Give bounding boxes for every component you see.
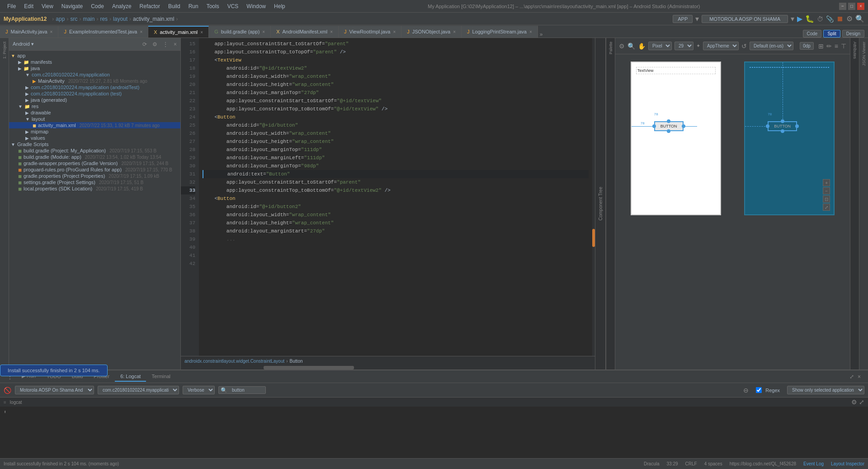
show-selected-selector[interactable]: Show only selected application [787,386,864,394]
tree-build-gradle-app[interactable]: ◼ build.gradle (Module: app) 2020/7/22 1… [9,154,180,160]
edit-icon[interactable]: ✏ [826,43,832,50]
panel-settings-icon[interactable]: ⚙ [152,41,157,47]
zoom-out[interactable]: − [823,187,830,194]
palette-label[interactable]: Palette [609,42,613,54]
regex-checkbox[interactable] [756,387,762,393]
panel-close-icon[interactable]: × [174,41,177,47]
vertical-scrollbar[interactable] [592,38,595,356]
preview-zoom-icon[interactable]: 🔍 [627,43,635,50]
tab-viewroot[interactable]: J ViewRootImpl.java × [339,26,401,38]
json-viewer-tab[interactable]: JSON Viewer [862,42,866,66]
bc-res[interactable]: res [100,16,108,22]
top-handle[interactable] [667,119,670,123]
encoding-status[interactable]: CRLF [685,461,697,466]
app-config-selector[interactable]: APP [673,15,693,23]
menu-file[interactable]: File [4,2,19,10]
logcat-tree-icon[interactable]: ≡ [4,400,6,405]
logcat-content[interactable]: ⬆ [0,407,868,458]
align-icon[interactable]: ≡ [835,43,838,50]
menu-navigate[interactable]: Navigate [58,2,86,10]
event-log-link[interactable]: Event Log [803,461,824,466]
regex-checkbox-label[interactable]: Regex [756,387,780,393]
bottom-handle[interactable] [667,129,670,133]
logcat-package-selector[interactable]: com.c201801020224.myapplicatio [98,386,179,394]
tab-exampletest[interactable]: J ExampleInstrumentedTest.java × [58,26,148,38]
more-tabs[interactable]: » [540,31,543,38]
bc-src[interactable]: src [70,16,77,22]
split-view-button[interactable]: Split [823,30,840,38]
panel-more-icon[interactable]: ⋮ [163,41,168,47]
expand-preview[interactable]: ⤢ [823,204,830,211]
tree-activity-main-xml[interactable]: ◼ activity_main.xml 2020/7/22 15:33, 1.9… [9,122,180,128]
close-tab-buildgradle[interactable]: × [262,29,265,34]
tree-java[interactable]: ▶ 📁 java [9,65,180,71]
tree-build-gradle-project[interactable]: ◼ build.gradle (Project: My_Application)… [9,147,180,154]
scroll-thumb[interactable] [592,229,595,247]
logcat-scroll-icon[interactable]: ⬆ [4,409,6,415]
menu-help[interactable]: Help [270,2,289,10]
search-everywhere[interactable]: 🔍 [855,14,864,23]
debug-button[interactable]: 🐛 [805,14,814,23]
attach-button[interactable]: 📎 [826,15,834,23]
menu-edit[interactable]: Edit [20,2,37,10]
tab-mainactivity[interactable]: J MainActivity.java × [0,26,58,38]
menu-window[interactable]: Window [243,2,269,10]
device-selector-preview[interactable]: Pixel [648,42,672,50]
logcat-search-input[interactable] [229,387,265,393]
tree-drawable[interactable]: ▶ drawable [9,109,180,116]
menu-code[interactable]: Code [87,2,108,10]
tree-settings-gradle[interactable]: ◼ settings.gradle (Project Settings) 202… [9,179,180,185]
bc-app[interactable]: app [56,16,65,22]
design-view-button[interactable]: Design [842,30,864,38]
tree-res[interactable]: ▼ 📁 res [9,103,180,109]
run-config-dropdown[interactable]: ▾ [695,14,699,23]
tree-java-gen[interactable]: ▶ java (generated) [9,97,180,103]
tree-mipmap[interactable]: ▶ mipmap [9,128,180,135]
menu-refactor[interactable]: Refactor [136,2,164,10]
component-tree-label[interactable]: Component Tree [598,187,603,221]
android-dropdown[interactable]: Android ▾ [13,41,34,47]
logcat-level-selector[interactable]: Verbose Debug Info Warn Error [183,386,215,394]
phone-preview-light[interactable]: TextView BUTTON [631,62,721,215]
horizontal-scrollbar[interactable] [181,366,595,370]
phone-preview-dark[interactable]: BUTTON 78 + − [744,62,835,215]
bc-button[interactable]: Button [290,359,303,364]
zoom-fit[interactable]: ⊡ [823,195,830,203]
menu-tools[interactable]: Tools [203,2,223,10]
tree-manifests[interactable]: ▶ 📁 manifests [9,59,180,65]
profile-button[interactable]: ⏱ [817,15,823,23]
stop-button[interactable]: ⏹ [836,15,844,23]
close-tab-mainactivity[interactable]: × [50,29,53,34]
tab-jsonobject[interactable]: J JSONObject.java × [401,26,462,38]
close-tab-logging[interactable]: × [529,29,532,34]
close-button[interactable]: × [857,3,864,10]
tree-local-props[interactable]: ◼ local.properties (SDK Location) 2020/7… [9,185,180,192]
locale-selector[interactable]: Default (en-us) [750,42,793,50]
menu-build[interactable]: Build [165,2,184,10]
panel-sync-icon[interactable]: ⟳ [142,41,147,47]
close-tab-activity-main[interactable]: × [200,30,203,35]
tab-logcat[interactable]: 6: Logcat [115,372,146,382]
logcat-clear-icon[interactable]: 🚫 [4,387,11,394]
preview-config-icon[interactable]: ⚙ [619,43,625,50]
run-button[interactable]: ▶ [797,14,802,23]
url-status[interactable]: https://blog.csdn.net/QL_f452628 [730,461,796,466]
logcat-clear-btn[interactable]: ⊖ [743,387,749,394]
dp-value[interactable]: 0dp [800,42,814,50]
bc-constraintlayout[interactable]: androidx.constraintlayout.widget.Constra… [184,359,284,364]
tree-proguard[interactable]: ◼ proguard-rules.pro (ProGuard Rules for… [9,166,180,173]
indent-status[interactable]: 4 spaces [704,461,722,466]
dark-right-handle[interactable] [795,124,799,128]
h-scroll-thumb[interactable] [264,366,354,370]
tree-gradle-scripts[interactable]: ▼ Gradle Scripts [9,141,180,147]
tree-pkg3[interactable]: ▶ com.c201801020224.myapplication (test) [9,90,180,97]
maximize-panel-icon[interactable]: ⤢ [849,374,854,380]
menu-vcs[interactable]: VCS [224,2,242,10]
tree-pkg2[interactable]: ▶ com.c201801020224.myapplication (andro… [9,84,180,90]
close-tab-jsonobject[interactable]: × [453,29,456,34]
api-selector[interactable]: 29 [675,42,693,50]
device-dropdown[interactable]: ▾ [791,14,794,23]
minimize-button[interactable]: − [839,3,846,10]
tab-activity-main[interactable]: X activity_main.xml × [148,26,209,38]
close-tab-manifest[interactable]: × [330,29,333,34]
